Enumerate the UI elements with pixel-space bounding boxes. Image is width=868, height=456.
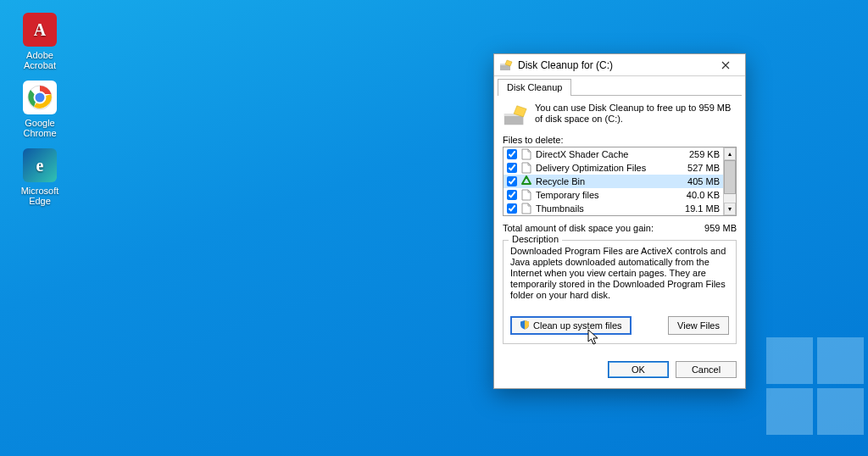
file-size: 259 KB [676, 149, 720, 159]
description-label: Description [509, 234, 562, 244]
file-size: 40.0 KB [676, 190, 720, 200]
recycle-bin-icon [520, 175, 532, 187]
file-list-row[interactable]: Delivery Optimization Files527 MB [504, 161, 723, 175]
file-label: Recycle Bin [536, 176, 672, 186]
scrollbar[interactable]: ▴ ▾ [723, 147, 736, 215]
disk-cleanup-dialog: Disk Cleanup for (C:) Disk Cleanup You c… [493, 53, 746, 389]
tab-panel: You can use Disk Cleanup to free up to 9… [494, 96, 745, 353]
file-label: Thumbnails [536, 203, 672, 214]
cleanup-system-files-button[interactable]: Clean up system files [510, 316, 632, 335]
file-checkbox[interactable] [507, 176, 517, 186]
desktop-icon-label: Microsoft Edge [10, 186, 70, 206]
scroll-up-arrow[interactable]: ▴ [724, 147, 736, 160]
file-list-row[interactable]: Thumbnails19.1 MB [504, 202, 723, 215]
file-icon [520, 189, 532, 201]
file-checkbox[interactable] [507, 149, 517, 159]
file-label: Temporary files [536, 190, 672, 200]
file-checkbox[interactable] [507, 163, 517, 173]
file-list-row[interactable]: DirectX Shader Cache259 KB [504, 147, 723, 161]
file-list-row[interactable]: Temporary files40.0 KB [504, 188, 723, 202]
cleanup-system-files-label: Clean up system files [533, 320, 622, 331]
desktop-icon-adobe-acrobat[interactable]: AAdobe Acrobat [10, 13, 70, 70]
file-label: DirectX Shader Cache [536, 149, 672, 159]
ok-button[interactable]: OK [608, 361, 669, 378]
file-size: 527 MB [676, 163, 720, 173]
scroll-thumb[interactable] [724, 160, 736, 194]
desktop-icon-google-chrome[interactable]: Google Chrome [10, 81, 70, 138]
desktop-icon-label: Adobe Acrobat [10, 50, 70, 70]
shield-icon [520, 320, 530, 331]
file-checkbox[interactable] [507, 190, 517, 200]
file-checkbox[interactable] [507, 203, 517, 214]
windows-logo-watermark [766, 337, 868, 439]
file-size: 19.1 MB [676, 203, 720, 214]
close-button[interactable] [711, 57, 740, 74]
total-value: 959 MB [704, 223, 737, 233]
description-text: Downloaded Program Files are ActiveX con… [510, 246, 729, 301]
dialog-title: Disk Cleanup for (C:) [518, 59, 711, 71]
info-text: You can use Disk Cleanup to free up to 9… [535, 103, 737, 128]
scroll-track[interactable] [724, 160, 736, 203]
tab-disk-cleanup[interactable]: Disk Cleanup [498, 79, 571, 96]
file-icon [520, 162, 532, 174]
files-to-delete-label: Files to delete: [503, 135, 737, 145]
microsoft-edge-icon: e [23, 148, 57, 182]
mouse-cursor-icon [587, 329, 601, 348]
desktop-icon-microsoft-edge[interactable]: eMicrosoft Edge [10, 148, 70, 206]
drive-icon [503, 103, 528, 128]
desktop-icon-label: Google Chrome [10, 118, 70, 138]
scroll-down-arrow[interactable]: ▾ [724, 203, 736, 215]
file-label: Delivery Optimization Files [536, 163, 672, 173]
view-files-button[interactable]: View Files [668, 316, 729, 335]
disk-cleanup-icon [499, 58, 513, 72]
file-list-row[interactable]: Recycle Bin405 MB [504, 175, 723, 188]
description-group: Description Downloaded Program Files are… [503, 240, 737, 344]
file-icon [520, 148, 532, 160]
file-icon [520, 203, 532, 214]
google-chrome-icon [23, 81, 57, 114]
titlebar[interactable]: Disk Cleanup for (C:) [494, 54, 745, 76]
file-list: DirectX Shader Cache259 KBDelivery Optim… [503, 147, 737, 216]
cancel-button[interactable]: Cancel [676, 361, 737, 378]
adobe-acrobat-icon: A [23, 13, 57, 47]
total-label: Total amount of disk space you gain: [503, 223, 654, 233]
tab-strip: Disk Cleanup [494, 76, 745, 95]
file-size: 405 MB [676, 176, 720, 186]
